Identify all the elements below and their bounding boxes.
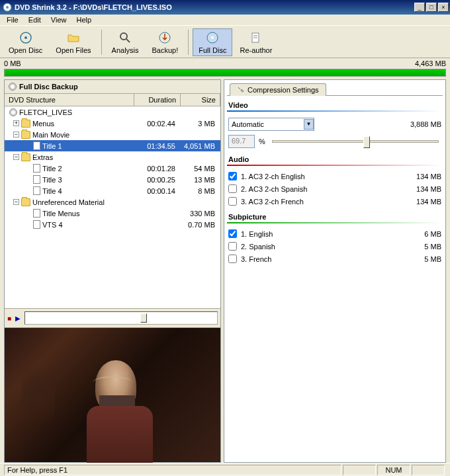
audio-check-2[interactable] xyxy=(228,184,237,193)
title-icon xyxy=(33,175,40,184)
stop-button[interactable]: ■ xyxy=(7,315,11,322)
status-empty xyxy=(343,465,376,475)
tree-title-1[interactable]: Title 1 01:34.554,051 MB xyxy=(5,140,220,151)
toolbar: Open Disc Open Files Analysis Backup! Fu… xyxy=(0,26,450,58)
backup-button[interactable]: Backup! xyxy=(146,28,185,56)
tree-title-4[interactable]: Title 4 00:00.148 MB xyxy=(5,185,220,196)
minimize-button[interactable]: _ xyxy=(414,3,425,12)
size-right: 4,463 MB xyxy=(415,60,446,67)
svg-point-4 xyxy=(120,33,127,40)
slider-thumb[interactable] xyxy=(363,136,370,148)
disc-full-icon xyxy=(205,30,220,45)
folder-icon xyxy=(21,120,30,128)
sub-row-3[interactable]: 3. French5 MB xyxy=(227,253,443,265)
col-structure[interactable]: DVD Structure xyxy=(5,94,134,106)
tree-root[interactable]: FLETCH_LIVES xyxy=(5,106,220,118)
folder-open-icon xyxy=(66,30,81,45)
play-button[interactable]: ▶ xyxy=(15,315,21,322)
left-panel: Full Disc Backup DVD Structure Duration … xyxy=(4,79,221,463)
wrench-icon xyxy=(237,86,245,94)
folder-icon xyxy=(21,198,30,206)
titlebar: DVD Shrink 3.2 - F:\DVDs\FLETCH_LIVES.IS… xyxy=(0,0,450,15)
title-icon xyxy=(33,220,40,229)
tab-compression[interactable]: Compression Settings xyxy=(230,83,326,96)
disc-icon xyxy=(19,30,33,45)
svg-point-1 xyxy=(6,6,9,9)
sub-row-1[interactable]: 1. English6 MB xyxy=(227,227,443,240)
tree-title-2[interactable]: Title 2 00:01.2854 MB xyxy=(5,163,220,174)
reauthor-button[interactable]: Re-author xyxy=(234,28,278,56)
tree-unreferenced[interactable]: −Unreferenced Material xyxy=(5,196,220,208)
menu-view[interactable]: View xyxy=(47,15,71,25)
tab-row: Compression Settings xyxy=(227,83,443,96)
magnifier-icon xyxy=(118,30,132,45)
title-icon xyxy=(33,209,40,218)
tree-title-menus[interactable]: Title Menus 330 MB xyxy=(5,208,220,219)
svg-point-3 xyxy=(24,36,27,39)
open-files-button[interactable]: Open Files xyxy=(50,28,97,56)
preview-slider[interactable] xyxy=(24,311,218,325)
tree-title-3[interactable]: Title 3 00:00.2513 MB xyxy=(5,174,220,185)
statusbar: For Help, press F1 NUM xyxy=(0,463,450,476)
svg-line-5 xyxy=(126,39,130,42)
preview-frame xyxy=(5,328,220,462)
menu-edit[interactable]: Edit xyxy=(24,15,45,25)
sub-row-2[interactable]: 2. Spanish5 MB xyxy=(227,240,443,253)
sub-check-1[interactable] xyxy=(228,229,237,238)
menu-file[interactable]: File xyxy=(3,15,22,25)
document-edit-icon xyxy=(249,30,263,45)
collapse-icon[interactable]: − xyxy=(13,154,19,160)
audio-row-1[interactable]: 1. AC3 2-ch English134 MB xyxy=(227,170,443,182)
collapse-icon[interactable]: − xyxy=(13,199,19,205)
right-panel: Compression Settings Video Automatic ▼ 3… xyxy=(224,79,446,463)
close-button[interactable]: × xyxy=(438,3,449,12)
open-disc-button[interactable]: Open Disc xyxy=(3,28,48,56)
folder-icon xyxy=(21,153,30,161)
title-icon xyxy=(33,186,40,195)
app-icon xyxy=(3,3,12,12)
svg-point-8 xyxy=(211,36,214,39)
left-panel-header: Full Disc Backup xyxy=(5,80,220,94)
folder-icon xyxy=(21,131,30,139)
audio-row-3[interactable]: 3. AC3 2-ch French134 MB xyxy=(227,195,443,208)
chevron-down-icon: ▼ xyxy=(304,119,314,130)
separator xyxy=(101,30,102,55)
status-num: NUM xyxy=(377,465,410,475)
size-bar: 0 MB 4,463 MB xyxy=(0,58,450,69)
col-size[interactable]: Size xyxy=(181,94,220,106)
pct-label: % xyxy=(259,138,265,145)
audio-check-3[interactable] xyxy=(228,197,237,206)
size-left: 0 MB xyxy=(4,60,21,67)
sub-check-3[interactable] xyxy=(228,255,237,263)
audio-check-1[interactable] xyxy=(228,172,237,180)
dvd-tree[interactable]: FLETCH_LIVES +Menus 00:02.443 MB −Main M… xyxy=(5,106,220,308)
video-header: Video xyxy=(227,96,443,110)
separator xyxy=(188,30,189,55)
sub-check-2[interactable] xyxy=(228,242,237,251)
full-disc-button[interactable]: Full Disc xyxy=(193,28,232,56)
tree-menus[interactable]: +Menus 00:02.443 MB xyxy=(5,118,220,129)
analysis-button[interactable]: Analysis xyxy=(106,28,145,56)
tree-extras[interactable]: −Extras xyxy=(5,151,220,163)
slider-thumb[interactable] xyxy=(140,313,147,323)
tree-main-movie[interactable]: −Main Movie xyxy=(5,129,220,140)
sub-rule xyxy=(227,222,443,223)
maximize-button[interactable]: □ xyxy=(426,3,437,12)
collapse-icon[interactable]: − xyxy=(13,132,19,138)
compression-slider[interactable] xyxy=(272,140,439,143)
compression-mode-combo[interactable]: Automatic ▼ xyxy=(228,118,314,131)
col-duration[interactable]: Duration xyxy=(134,94,181,106)
video-rule xyxy=(227,110,443,112)
disc-write-icon xyxy=(158,30,172,45)
video-preview xyxy=(5,327,220,462)
audio-rule xyxy=(227,165,443,166)
title-icon xyxy=(33,141,40,150)
menu-help[interactable]: Help xyxy=(73,15,96,25)
tree-vts4[interactable]: VTS 4 0.70 MB xyxy=(5,219,220,230)
capacity-bar xyxy=(4,69,446,77)
subpicture-header: Subpicture xyxy=(227,208,443,222)
expand-icon[interactable]: + xyxy=(13,120,19,126)
window-title: DVD Shrink 3.2 - F:\DVDs\FLETCH_LIVES.IS… xyxy=(15,3,413,11)
preview-controls: ■ ▶ xyxy=(5,308,220,327)
audio-row-2[interactable]: 2. AC3 2-ch Spanish134 MB xyxy=(227,182,443,195)
